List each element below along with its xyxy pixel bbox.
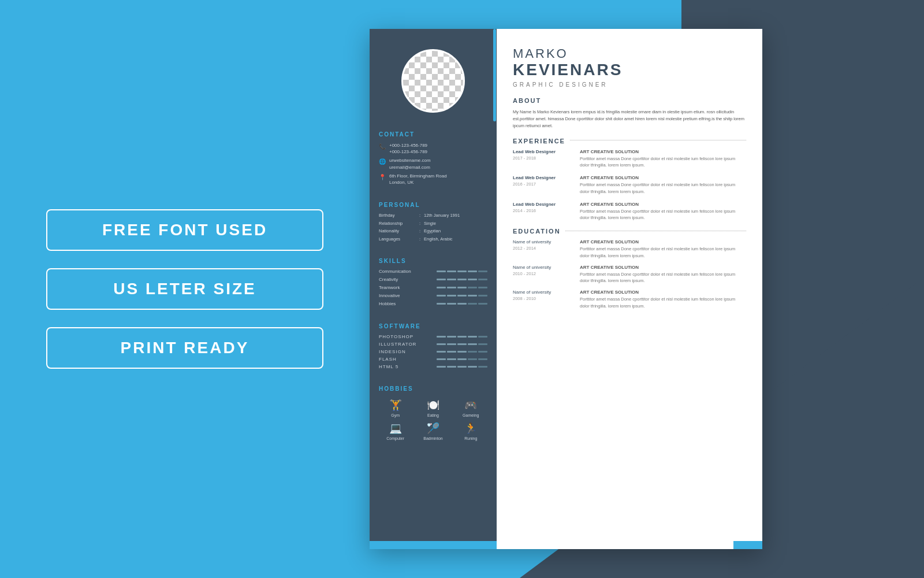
skills-title: SKILLS [379, 258, 487, 264]
main-footer-accent [733, 541, 762, 549]
edu-1-desc: Porttitor amet massa Done cporttitor dol… [580, 246, 746, 259]
edu-item-3: Name of university 2008 - 2010 ART CREAT… [513, 290, 746, 309]
exp-2-role: Lead Web Designer [513, 175, 571, 180]
about-text: My Name Is Marko Kevienars lorem empus i… [513, 109, 746, 129]
experience-divider [570, 140, 746, 140]
software-section: SOFTWARE PHOTOSHOP ILLUSTRATOR INDESIGN … [370, 316, 497, 376]
contact-address: 📍 6th Floor, Birmingham Road London, UK [379, 173, 487, 186]
resume-sidebar: CONTACT 📞 +000-123-456-789 +000-123-456-… [370, 29, 497, 549]
edu-3-year: 2008 - 2010 [513, 296, 571, 301]
hobby-badminton-label: Badminton [423, 436, 442, 440]
location-icon: 📍 [379, 173, 386, 181]
edu-3-degree: ART CREATIVE SOLUTION [580, 290, 746, 295]
hobby-computer-label: Computer [386, 436, 404, 440]
hobby-running: 🏃 Runing [454, 422, 487, 440]
resume-main: MARKO KEVIENARS GRAPHIC DESIGNER ABOUT M… [497, 29, 762, 549]
name-last: KEVIENARS [513, 61, 746, 79]
hobby-gym-label: Gym [391, 413, 400, 417]
label-us-letter: US LETER SIZE [46, 268, 323, 310]
skill-teamwork: Teamwork [379, 285, 487, 290]
edu-2-school: Name of university [513, 265, 571, 270]
exp-3-year: 2014 - 2016 [513, 208, 571, 213]
skill-communication: Communication [379, 269, 487, 274]
computer-icon: 💻 [389, 422, 402, 435]
avatar [401, 49, 465, 113]
job-title: GRAPHIC DESIGNER [513, 81, 746, 88]
name-area: MARKO KEVIENARS GRAPHIC DESIGNER [513, 46, 746, 88]
edu-2-year: 2010 - 2012 [513, 271, 571, 276]
personal-nationality: Nationality : Egyptian [379, 228, 487, 235]
about-title: ABOUT [513, 97, 746, 104]
hobbies-section: HOBBIES 🏋️ Gym 🍽️ Eating 🎮 Gameing 💻 Com… [370, 379, 497, 447]
edu-3-desc: Porttitor amet massa Done cporttitor dol… [580, 296, 746, 309]
exp-1-company: ART CREATIVE SOLUTION [580, 149, 746, 154]
resume-card: CONTACT 📞 +000-123-456-789 +000-123-456-… [370, 29, 762, 549]
exp-3-company: ART CREATIVE SOLUTION [580, 202, 746, 207]
contact-web-info: urwebsitename.com uremail@email.com [389, 157, 431, 170]
skill-hobbies: Hobbies [379, 301, 487, 306]
personal-title: PERSONAL [379, 202, 487, 208]
contact-title: CONTACT [379, 131, 487, 138]
software-photoshop: PHOTOSHOP [379, 334, 487, 339]
exp-item-2: Lead Web Designer 2016 - 2017 ART CREATI… [513, 175, 746, 195]
eating-icon: 🍽️ [427, 399, 439, 412]
contact-web: 🌐 urwebsitename.com uremail@email.com [379, 157, 487, 170]
exp-1-role: Lead Web Designer [513, 149, 571, 154]
edu-2-desc: Porttitor amet massa Done cporttitor dol… [580, 271, 746, 284]
contact-address-info: 6th Floor, Birmingham Road London, UK [389, 173, 447, 186]
sidebar-footer [370, 541, 497, 549]
exp-2-desc: Porttitor amet massa Done cporttitor dol… [580, 181, 746, 195]
experience-title: EXPERIENCE [513, 138, 746, 144]
exp-item-3: Lead Web Designer 2014 - 2016 ART CREATI… [513, 202, 746, 221]
name-first: MARKO [513, 46, 746, 61]
hobby-eating-label: Eating [427, 413, 439, 417]
hobbies-title: HOBBIES [379, 386, 487, 392]
education-divider [565, 231, 746, 231]
phone-icon: 📞 [379, 143, 386, 151]
personal-languages: Languages : English, Arabic [379, 236, 487, 243]
software-flash: FLASH [379, 357, 487, 362]
running-icon: 🏃 [464, 422, 477, 435]
hobby-computer: 💻 Computer [379, 422, 412, 440]
edu-2-degree: ART CREATIVE SOLUTION [580, 265, 746, 270]
exp-3-role: Lead Web Designer [513, 202, 571, 207]
education-title: EDUCATION [513, 228, 746, 235]
edu-item-1: Name of university 2012 - 2014 ART CREAT… [513, 239, 746, 259]
about-section: ABOUT My Name Is Marko Kevienars lorem e… [513, 97, 746, 129]
skills-section: SKILLS Communication Creativity Teamwork… [370, 251, 497, 314]
exp-2-company: ART CREATIVE SOLUTION [580, 175, 746, 180]
hobby-gaming-label: Gameing [463, 413, 479, 417]
contact-phone-numbers: +000-123-456-789 +000-123-456-789 [389, 142, 427, 155]
exp-3-desc: Porttitor amet massa Done cporttitor dol… [580, 208, 746, 221]
edu-1-degree: ART CREATIVE SOLUTION [580, 239, 746, 244]
exp-item-1: Lead Web Designer 2017 - 2018 ART CREATI… [513, 149, 746, 169]
hobbies-grid: 🏋️ Gym 🍽️ Eating 🎮 Gameing 💻 Computer 🏸 [379, 397, 487, 443]
personal-birthday: Birthday : 12th January 1991 [379, 213, 487, 219]
edu-1-school: Name of university [513, 239, 571, 244]
software-illustrator: ILLUSTRATOR [379, 342, 487, 347]
label-print-ready: PRINT READY [46, 327, 323, 369]
deco-line-1 [493, 29, 496, 121]
hobby-running-label: Runing [464, 436, 477, 440]
skill-creativity: Creativity [379, 277, 487, 282]
software-indesign: INDESIGN [379, 349, 487, 354]
education-section: EDUCATION Name of university 2012 - 2014… [513, 228, 746, 309]
software-html5: HTML 5 [379, 364, 487, 369]
avatar-area [370, 40, 497, 124]
edu-item-2: Name of university 2010 - 2012 ART CREAT… [513, 265, 746, 284]
hobby-eating: 🍽️ Eating [416, 399, 449, 417]
exp-2-year: 2016 - 2017 [513, 181, 571, 187]
left-labels-container: FREE FONT USED US LETER SIZE PRINT READY [46, 209, 323, 369]
exp-1-desc: Porttitor amet massa Done cporttitor dol… [580, 155, 746, 169]
gaming-icon: 🎮 [464, 399, 477, 412]
badminton-icon: 🏸 [427, 422, 439, 435]
contact-phone: 📞 +000-123-456-789 +000-123-456-789 [379, 142, 487, 155]
gym-icon: 🏋️ [389, 399, 402, 412]
hobby-gym: 🏋️ Gym [379, 399, 412, 417]
personal-section: PERSONAL Birthday : 12th January 1991 Re… [370, 195, 497, 249]
hobby-badminton: 🏸 Badminton [416, 422, 449, 440]
software-title: SOFTWARE [379, 323, 487, 329]
skill-innovative: Innovative [379, 293, 487, 298]
edu-1-year: 2012 - 2014 [513, 246, 571, 251]
exp-1-year: 2017 - 2018 [513, 155, 571, 161]
